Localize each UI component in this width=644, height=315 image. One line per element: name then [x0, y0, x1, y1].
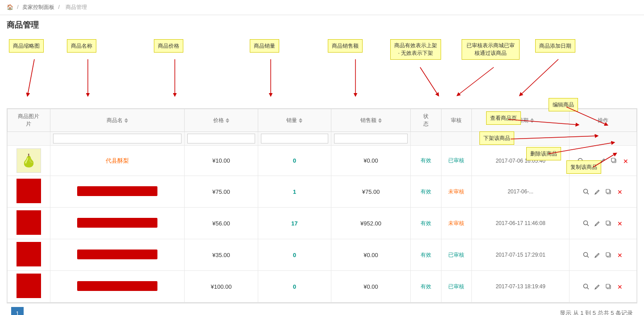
filter-revenue-input[interactable]: [334, 134, 408, 143]
filter-sales-input[interactable]: [261, 134, 328, 143]
page-numbers: 1: [11, 307, 24, 315]
svg-rect-28: [606, 284, 610, 288]
table-header-row: 商品图片片 商品名 价格: [8, 109, 637, 132]
cell-date: 2017-07-06 16:05:40: [472, 146, 570, 176]
sort-up-icon: [530, 118, 534, 120]
copy-product-icon[interactable]: [604, 219, 613, 228]
filter-name-input[interactable]: [53, 134, 182, 143]
delete-product-icon[interactable]: ✕: [615, 251, 624, 260]
copy-product-icon[interactable]: [604, 187, 613, 196]
edit-product-icon[interactable]: [593, 219, 602, 228]
cell-status: 有效: [411, 146, 441, 176]
cell-img: 🍐: [8, 146, 50, 176]
redacted-image: [17, 179, 41, 203]
cell-price: ¥75.00: [185, 176, 258, 208]
sort-down-icon: [124, 121, 128, 123]
separator2: /: [58, 4, 59, 10]
svg-point-21: [584, 253, 588, 257]
pagination-info: 显示 从 1 到 5 总共 5 条记录: [560, 309, 633, 315]
sort-name[interactable]: [124, 118, 128, 123]
annotation-revenue: 商品销售额: [328, 39, 363, 53]
separator: /: [17, 4, 18, 10]
filter-actions-cell: [570, 132, 637, 146]
redacted-text: [77, 186, 157, 196]
cell-price: ¥35.00: [185, 239, 258, 271]
cell-img: [8, 271, 50, 303]
cell-name: [50, 239, 184, 271]
action-row-2: ✕: [615, 282, 624, 291]
delete-product-icon[interactable]: ✕: [621, 157, 630, 166]
cell-revenue: ¥0.00: [331, 239, 411, 271]
cell-sales: 1: [258, 176, 331, 208]
cell-actions: ✕: [570, 176, 637, 208]
view-product-icon[interactable]: [582, 282, 590, 291]
table-row: ¥100.000¥0.00有效已审核2017-07-13 18:19:49✕: [8, 271, 637, 303]
redacted-image: [17, 274, 41, 298]
redacted-image: [17, 210, 41, 235]
action-row-1: [582, 282, 613, 291]
sort-revenue[interactable]: [378, 118, 382, 123]
action-row-2: ✕: [615, 188, 624, 196]
th-image: 商品图片片: [8, 109, 50, 132]
pagination-row: 1 显示 从 1 到 5 总共 5 条记录: [7, 303, 637, 315]
table-row: 🍐代县酥梨¥10.000¥0.00有效已审核2017-07-06 16:05:4…: [8, 146, 637, 176]
cell-img: [8, 239, 50, 271]
cell-sales: 0: [258, 146, 331, 176]
cell-actions: ✕: [570, 271, 637, 303]
filter-row: [8, 132, 637, 146]
product-name-link[interactable]: 代县酥梨: [106, 157, 129, 164]
svg-point-13: [584, 189, 588, 193]
cell-status: 有效: [411, 271, 441, 303]
home-link[interactable]: 🏠: [7, 4, 13, 10]
action-row-1: －: [576, 156, 619, 165]
copy-product-icon[interactable]: [604, 250, 613, 259]
cell-name: [50, 176, 184, 208]
th-name[interactable]: 商品名: [50, 109, 184, 132]
sort-date[interactable]: [530, 118, 534, 123]
cell-status: 有效: [411, 208, 441, 239]
view-product-icon[interactable]: [582, 250, 590, 259]
sort-down-icon: [226, 121, 229, 123]
seller-dashboard-link[interactable]: 卖家控制面板: [22, 4, 54, 10]
copy-product-icon[interactable]: [604, 282, 613, 291]
delete-product-icon[interactable]: ✕: [615, 282, 624, 291]
cell-review: 已审核: [441, 239, 471, 271]
cell-revenue: ¥0.00: [331, 146, 411, 176]
view-product-icon[interactable]: [582, 187, 590, 196]
page-1[interactable]: 1: [11, 307, 24, 315]
th-sales[interactable]: 销量: [258, 109, 331, 132]
breadcrumb: 🏠 / 卖家控制面板 / 商品管理: [0, 0, 644, 15]
view-product-icon[interactable]: [582, 219, 590, 228]
filter-price-input[interactable]: [187, 134, 255, 143]
cell-date: 2017-07-15 17:29:01: [472, 239, 570, 271]
svg-rect-24: [606, 253, 610, 256]
edit-product-icon[interactable]: [593, 250, 602, 259]
annotation-status: 商品有效表示上架· 无效表示下架: [390, 39, 441, 60]
takedown-product-icon[interactable]: －: [587, 156, 596, 165]
sort-price[interactable]: [226, 118, 229, 123]
edit-product-icon[interactable]: [599, 156, 607, 165]
filter-date-cell: [472, 132, 570, 146]
svg-point-9: [578, 158, 582, 162]
cell-img: [8, 176, 50, 208]
edit-product-icon[interactable]: [593, 187, 602, 196]
svg-line-8: [520, 59, 558, 95]
cell-date: 2017-07-13 18:19:49: [472, 271, 570, 303]
sort-sales[interactable]: [299, 118, 302, 123]
delete-product-icon[interactable]: ✕: [615, 188, 624, 196]
sort-up-icon: [226, 118, 229, 120]
svg-point-25: [584, 284, 588, 288]
svg-line-7: [458, 67, 494, 95]
copy-product-icon[interactable]: [610, 156, 619, 165]
cell-review: 已审核: [441, 271, 471, 303]
view-product-icon[interactable]: [576, 156, 585, 165]
th-price[interactable]: 价格: [185, 109, 258, 132]
delete-product-icon[interactable]: ✕: [615, 219, 624, 228]
table-row: ¥56.0017¥952.00有效未审核2017-06-17 11:46:08✕: [8, 208, 637, 239]
th-revenue[interactable]: 销售额: [331, 109, 411, 132]
th-date[interactable]: 添加日期: [472, 109, 570, 132]
redacted-text: [77, 218, 157, 228]
action-row-2: ✕: [615, 219, 624, 228]
edit-product-icon[interactable]: [593, 282, 602, 291]
annotation-name: 商品名称: [67, 39, 96, 53]
